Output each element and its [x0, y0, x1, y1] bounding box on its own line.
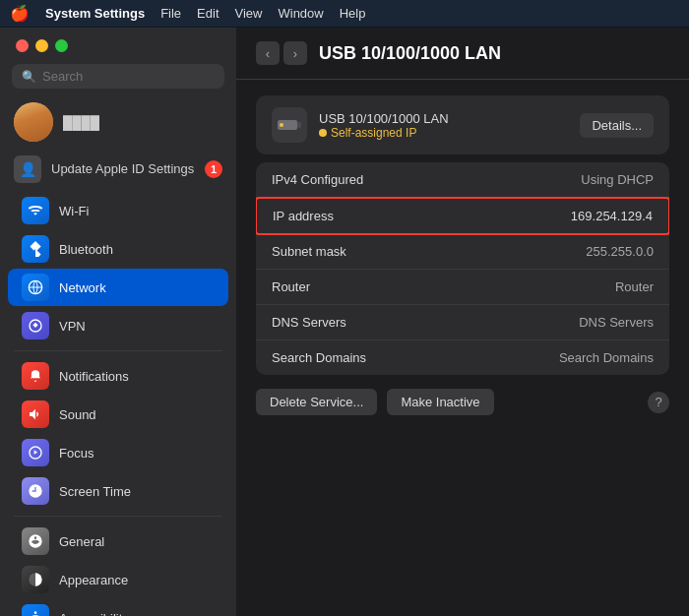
- menu-view[interactable]: View: [235, 6, 263, 21]
- page-title: USB 10/100/1000 LAN: [319, 43, 501, 64]
- network-device-status: Self-assigned IP: [319, 126, 568, 140]
- sidebar-item-sound[interactable]: Sound: [8, 396, 228, 433]
- sidebar-item-accessibility-label: Accessibility: [59, 611, 129, 617]
- search-icon: 🔍: [22, 70, 36, 84]
- network-device-card: USB 10/100/1000 LAN Self-assigned IP Det…: [256, 95, 669, 154]
- update-appleid-label: Update Apple ID Settings: [51, 161, 195, 178]
- traffic-lights: [0, 28, 236, 60]
- svg-rect-10: [297, 122, 301, 128]
- fullscreen-button[interactable]: [55, 39, 68, 52]
- appleid-icon: 👤: [14, 155, 41, 183]
- update-badge: 1: [205, 160, 222, 178]
- subnet-value: 255.255.0.0: [586, 244, 654, 259]
- sidebar-item-bluetooth-label: Bluetooth: [59, 242, 113, 257]
- user-profile[interactable]: ████: [0, 96, 236, 148]
- sidebar-item-focus[interactable]: Focus: [8, 434, 228, 471]
- apple-icon[interactable]: 🍎: [10, 4, 30, 23]
- screentime-icon: [22, 477, 49, 505]
- minimize-button[interactable]: [35, 39, 48, 52]
- searchdomains-value: Search Domains: [559, 350, 654, 365]
- table-row-dns: DNS Servers DNS Servers: [256, 305, 669, 340]
- bluetooth-icon: [22, 235, 49, 263]
- table-row-ip-address: IP address 169.254.129.4: [256, 197, 669, 235]
- dns-label: DNS Servers: [272, 315, 579, 330]
- close-button[interactable]: [16, 39, 29, 52]
- ip-address-label: IP address: [273, 209, 571, 223]
- back-button[interactable]: ‹: [256, 41, 280, 65]
- menu-edit[interactable]: Edit: [197, 6, 219, 21]
- content-area: ‹ › USB 10/100/1000 LAN USB 10/100/1000 …: [236, 28, 689, 616]
- search-input[interactable]: [42, 69, 215, 84]
- router-value: Router: [615, 279, 654, 294]
- menu-window[interactable]: Window: [278, 6, 323, 21]
- sidebar-items-list: Wi-Fi Bluetooth Network VPN: [0, 191, 236, 616]
- table-row-ipv4: IPv4 Configured Using DHCP: [256, 162, 669, 198]
- focus-icon: [22, 439, 49, 466]
- sidebar-item-notifications-label: Notifications: [59, 369, 129, 384]
- appearance-icon: [22, 566, 49, 593]
- sidebar-item-general[interactable]: General: [8, 523, 228, 560]
- sidebar-item-notifications[interactable]: Notifications: [8, 357, 228, 395]
- ipv4-label: IPv4 Configured: [272, 172, 581, 187]
- accessibility-icon: [22, 604, 49, 616]
- menubar: 🍎 System Settings File Edit View Window …: [0, 0, 689, 28]
- subnet-label: Subnet mask: [272, 244, 586, 259]
- divider-2: [14, 516, 222, 517]
- wifi-icon: [22, 197, 49, 224]
- ipv4-value: Using DHCP: [581, 172, 654, 187]
- avatar: [14, 102, 53, 142]
- network-details-table: IPv4 Configured Using DHCP IP address 16…: [256, 162, 669, 375]
- table-row-subnet: Subnet mask 255.255.0.0: [256, 234, 669, 270]
- ip-address-value: 169.254.129.4: [571, 209, 653, 223]
- sidebar-item-accessibility[interactable]: Accessibility: [8, 599, 228, 616]
- sidebar-item-screentime[interactable]: Screen Time: [8, 472, 228, 510]
- dns-value: DNS Servers: [579, 315, 654, 330]
- sidebar-item-appearance[interactable]: Appearance: [8, 561, 228, 598]
- delete-service-button[interactable]: Delete Service...: [256, 389, 377, 415]
- nav-buttons: ‹ ›: [256, 41, 307, 65]
- network-device-name: USB 10/100/1000 LAN: [319, 111, 568, 126]
- network-device-icon: [272, 107, 307, 143]
- forward-button[interactable]: ›: [283, 41, 307, 65]
- sidebar-item-general-label: General: [59, 534, 104, 549]
- sidebar-item-network-label: Network: [59, 280, 106, 295]
- make-inactive-button[interactable]: Make Inactive: [387, 389, 493, 415]
- menu-help[interactable]: Help: [340, 6, 366, 21]
- vpn-icon: [22, 312, 49, 339]
- table-row-router: Router Router: [256, 270, 669, 305]
- sidebar-item-vpn[interactable]: VPN: [8, 307, 228, 344]
- sound-icon: [22, 400, 49, 428]
- sidebar-item-focus-label: Focus: [59, 446, 94, 461]
- sidebar: 🔍 ████ 👤 Update Apple ID Settings 1: [0, 28, 236, 616]
- status-indicator: [319, 129, 327, 137]
- sidebar-item-sound-label: Sound: [59, 407, 96, 422]
- content-header: ‹ › USB 10/100/1000 LAN: [236, 28, 689, 80]
- menu-file[interactable]: File: [160, 6, 181, 21]
- svg-point-2: [34, 611, 37, 614]
- sidebar-item-bluetooth[interactable]: Bluetooth: [8, 230, 228, 268]
- general-icon: [22, 527, 49, 555]
- sidebar-item-vpn-label: VPN: [59, 319, 86, 334]
- search-bar[interactable]: 🔍: [12, 64, 224, 89]
- sidebar-item-network[interactable]: Network: [8, 269, 228, 306]
- profile-info: ████: [63, 115, 99, 130]
- main-window: 🔍 ████ 👤 Update Apple ID Settings 1: [0, 28, 689, 616]
- network-card-info: USB 10/100/1000 LAN Self-assigned IP: [319, 111, 568, 140]
- sidebar-item-wifi[interactable]: Wi-Fi: [8, 192, 228, 229]
- status-text: Self-assigned IP: [331, 126, 416, 140]
- update-appleid-item[interactable]: 👤 Update Apple ID Settings 1: [0, 148, 236, 191]
- divider-1: [14, 350, 222, 351]
- sidebar-item-screentime-label: Screen Time: [59, 484, 131, 499]
- action-buttons-area: Delete Service... Make Inactive ?: [236, 375, 689, 429]
- network-icon: [22, 274, 49, 301]
- app-name: System Settings: [45, 6, 145, 21]
- sidebar-item-wifi-label: Wi-Fi: [59, 204, 89, 218]
- notifications-icon: [22, 362, 49, 390]
- router-label: Router: [272, 279, 615, 294]
- table-row-searchdomains: Search Domains Search Domains: [256, 340, 669, 375]
- searchdomains-label: Search Domains: [272, 350, 559, 365]
- details-button[interactable]: Details...: [580, 113, 654, 138]
- profile-name: ████: [63, 115, 99, 130]
- svg-point-11: [280, 123, 283, 127]
- help-button[interactable]: ?: [648, 392, 669, 413]
